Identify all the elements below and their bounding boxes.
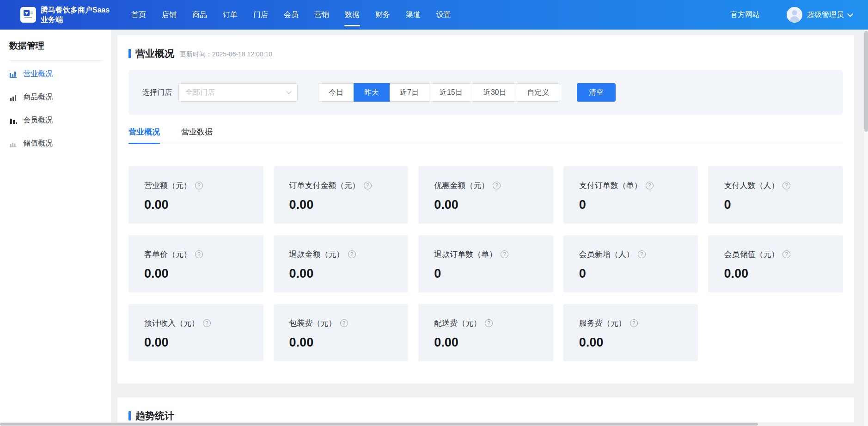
card-header: 营业概况 更新时间：2025-06-18 12:00:10: [128, 47, 843, 60]
stat-label: 会员储值（元）: [724, 249, 779, 260]
help-icon[interactable]: [364, 182, 372, 189]
business-overview-card: 营业概况 更新时间：2025-06-18 12:00:10 选择门店 全部门店 …: [117, 35, 854, 383]
stat-value: 0.00: [289, 198, 393, 212]
nav-item-stores[interactable]: 门店: [253, 10, 268, 20]
brand-title: 腾马餐饮多商户Saas业务端: [41, 5, 115, 24]
help-icon[interactable]: [646, 182, 654, 189]
help-icon[interactable]: [203, 319, 211, 327]
range-15d-button[interactable]: 近15日: [429, 83, 473, 102]
range-7d-button[interactable]: 近7日: [389, 83, 429, 102]
stat-card-avg-order-value: 客单价（元） 0.00: [128, 235, 263, 292]
nav-item-channels[interactable]: 渠道: [406, 10, 421, 20]
stat-card-expected-income: 预计收入（元） 0.00: [128, 304, 263, 361]
nav-item-home[interactable]: 首页: [131, 10, 146, 20]
nav-item-members[interactable]: 会员: [284, 10, 299, 20]
nav-item-finance[interactable]: 财务: [375, 10, 390, 20]
stat-label: 支付人数（人）: [724, 180, 779, 191]
stat-card-refund-orders: 退款订单数（单） 0: [418, 235, 553, 292]
card-header: 趋势统计: [128, 409, 843, 422]
range-custom-button[interactable]: 自定义: [517, 83, 560, 102]
chevron-down-icon: [286, 89, 291, 94]
nav-item-settings[interactable]: 设置: [436, 10, 451, 20]
nav-item-shop[interactable]: 店铺: [162, 10, 177, 20]
sidebar: 数据管理 营业概况 商品概况 会员概况 储值概况: [0, 30, 111, 426]
stat-value: 0.00: [579, 335, 683, 350]
sidebar-item-stored-value-overview[interactable]: 储值概况: [0, 134, 111, 153]
horizontal-scrollbar-thumb[interactable]: [0, 423, 758, 426]
range-30d-button[interactable]: 近30日: [473, 83, 517, 102]
stat-value: 0.00: [144, 335, 248, 350]
help-icon[interactable]: [485, 319, 493, 327]
tabs: 营业概况 营业数据: [128, 127, 843, 144]
stat-card-order-paid-amount: 订单支付金额（元） 0.00: [274, 166, 409, 224]
sidebar-item-label: 商品概况: [23, 92, 53, 102]
bar-chart-icon: [9, 93, 18, 102]
help-icon[interactable]: [638, 250, 646, 258]
stat-label: 优惠金额（元）: [434, 180, 489, 191]
stat-value: 0.00: [434, 198, 538, 212]
sidebar-item-label: 储值概况: [23, 139, 53, 148]
stat-label: 退款订单数（单）: [434, 249, 497, 260]
help-icon[interactable]: [493, 182, 501, 189]
nav-item-orders[interactable]: 订单: [223, 10, 238, 20]
avatar: [787, 7, 802, 23]
official-site-link[interactable]: 官方网站: [730, 10, 760, 20]
help-icon[interactable]: [501, 250, 508, 258]
stat-label: 预计收入（元）: [144, 318, 199, 329]
sidebar-item-label: 营业概况: [23, 69, 53, 79]
sidebar-item-member-overview[interactable]: 会员概况: [0, 110, 111, 130]
sidebar-item-label: 会员概况: [23, 116, 53, 125]
stat-value: 0.00: [289, 335, 393, 350]
stat-value: 0: [579, 198, 683, 212]
clear-button[interactable]: 清空: [577, 83, 616, 102]
sidebar-item-business-overview[interactable]: 营业概况: [0, 64, 111, 84]
stats-grid: 营业额（元） 0.00 订单支付金额（元） 0.00 优惠金额（元） 0.00 …: [128, 166, 843, 361]
top-navbar: 腾马餐饮多商户Saas业务端 首页 店铺 商品 订单 门店 会员 营销 数据 财…: [0, 0, 868, 30]
store-select[interactable]: 全部门店: [178, 83, 298, 102]
tab-business-data[interactable]: 营业数据: [181, 127, 213, 144]
help-icon[interactable]: [195, 250, 203, 258]
user-name: 超级管理员: [807, 10, 844, 20]
bar-chart-icon: [9, 139, 18, 148]
help-icon[interactable]: [782, 182, 790, 189]
tab-business-overview[interactable]: 营业概况: [128, 127, 160, 144]
stat-value: 0: [579, 267, 683, 281]
help-icon[interactable]: [630, 319, 638, 327]
sidebar-item-goods-overview[interactable]: 商品概况: [0, 87, 111, 107]
vertical-scrollbar: [863, 30, 868, 426]
stat-label: 会员新增（人）: [579, 249, 634, 260]
help-icon[interactable]: [782, 250, 790, 258]
main-nav: 首页 店铺 商品 订单 门店 会员 营销 数据 财务 渠道 设置: [131, 10, 451, 20]
range-yesterday-button[interactable]: 昨天: [354, 83, 390, 102]
stat-label: 订单支付金额（元）: [289, 180, 360, 191]
stat-card-refund-amount: 退款金额（元） 0.00: [274, 235, 409, 292]
stat-value: 0.00: [289, 267, 393, 281]
stat-label: 支付订单数（单）: [579, 180, 642, 191]
stat-card-revenue: 营业额（元） 0.00: [128, 166, 263, 224]
date-range-group: 今日 昨天 近7日 近15日 近30日 自定义: [318, 83, 560, 102]
horizontal-scrollbar: [0, 422, 863, 426]
vertical-scrollbar-thumb[interactable]: [864, 31, 868, 132]
range-today-button[interactable]: 今日: [318, 83, 354, 102]
stat-card-service-fee: 服务费（元） 0.00: [563, 304, 698, 361]
store-select-label: 选择门店: [142, 88, 172, 97]
nav-item-marketing[interactable]: 营销: [314, 10, 329, 20]
stat-card-discount-amount: 优惠金额（元） 0.00: [418, 166, 553, 224]
nav-item-data[interactable]: 数据: [345, 10, 360, 20]
help-icon[interactable]: [340, 319, 348, 327]
user-menu[interactable]: 超级管理员: [787, 7, 852, 23]
stat-value: 0.00: [434, 335, 538, 350]
bar-chart-icon: [9, 116, 18, 125]
stat-value: 0.00: [724, 267, 827, 281]
nav-item-goods[interactable]: 商品: [192, 10, 207, 20]
content-area: 营业概况 更新时间：2025-06-18 12:00:10 选择门店 全部门店 …: [111, 30, 863, 426]
accent-bar: [128, 411, 131, 420]
filter-bar: 选择门店 全部门店 今日 昨天 近7日 近15日 近30日 自定义 清空: [128, 70, 843, 115]
trend-title: 趋势统计: [135, 409, 174, 422]
help-icon[interactable]: [195, 182, 203, 189]
help-icon[interactable]: [348, 250, 356, 258]
brand-logo-icon: [20, 7, 36, 23]
stat-card-member-stored-value: 会员储值（元） 0.00: [708, 235, 843, 292]
stat-card-delivery-fee: 配送费（元） 0.00: [418, 304, 553, 361]
stat-card-paying-users: 支付人数（人） 0: [708, 166, 843, 224]
